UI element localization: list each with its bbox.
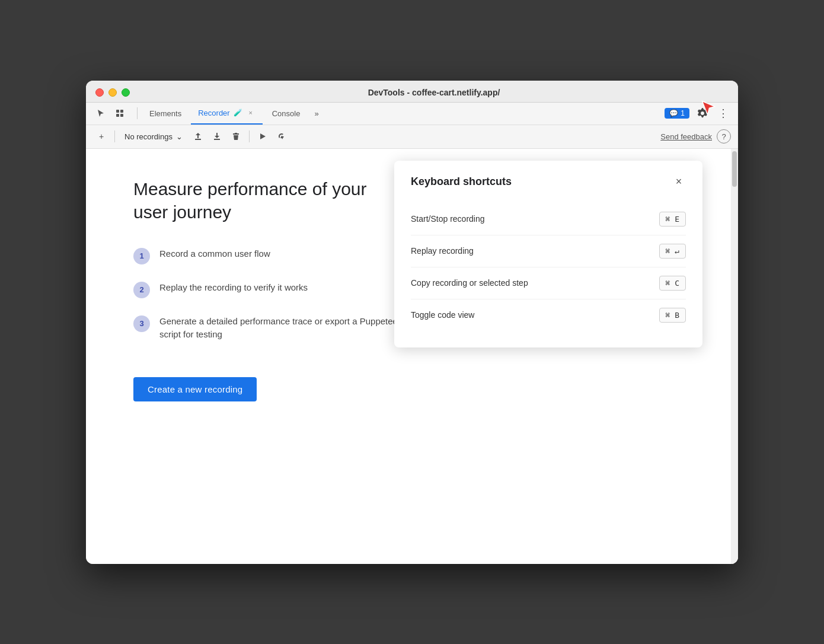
chevron-down-icon: ⌄: [176, 132, 183, 141]
red-arrow-icon: [700, 99, 717, 116]
shortcut-row-2: Replay recording ⌘ ↵: [411, 235, 686, 267]
tab-elements[interactable]: Elements: [142, 102, 189, 125]
toolbar-right: Send feedback ?: [660, 129, 731, 144]
title-bar: DevTools - coffee-cart.netlify.app/: [86, 81, 738, 103]
maximize-button[interactable]: [122, 88, 130, 97]
recorder-tab-label: Recorder: [198, 109, 229, 117]
svg-rect-3: [120, 114, 123, 117]
shortcut-key-2: ⌘ ↵: [659, 244, 686, 259]
measure-performance-button[interactable]: [273, 128, 290, 145]
close-button[interactable]: [95, 88, 104, 97]
shortcuts-close-button[interactable]: ×: [672, 175, 686, 189]
recorder-toolbar: + No recordings ⌄: [86, 125, 738, 149]
step-number-3: 3: [133, 315, 150, 332]
cursor-icon[interactable]: [93, 106, 108, 121]
notification-count: 1: [681, 109, 685, 117]
more-tabs-button[interactable]: »: [309, 109, 323, 118]
shortcut-label-2: Replay recording: [411, 246, 474, 256]
scrollbar[interactable]: [731, 149, 738, 564]
toolbar-divider-1: [114, 130, 115, 142]
recorder-tab-close[interactable]: ×: [246, 108, 255, 117]
shortcuts-popup: Keyboard shortcuts × Start/Stop recordin…: [394, 161, 702, 347]
traffic-lights: [95, 88, 130, 97]
step-text-2: Replay the recording to verify it works: [159, 281, 308, 295]
chat-icon: 💬: [669, 109, 678, 117]
svg-rect-2: [116, 114, 119, 117]
key-badge-3: ⌘ C: [659, 276, 686, 291]
add-recording-button[interactable]: +: [93, 128, 110, 145]
steps-list: 1 Record a common user flow 2 Replay the…: [133, 247, 406, 342]
notification-badge[interactable]: 💬 1: [665, 108, 689, 119]
shortcut-label-3: Copy recording or selected step: [411, 278, 528, 288]
tab-divider-1: [137, 107, 138, 119]
shortcut-key-1: ⌘ E: [659, 212, 686, 227]
step-item-1: 1 Record a common user flow: [133, 247, 406, 264]
replay-button[interactable]: [254, 128, 271, 145]
download-icon: [212, 132, 222, 141]
tab-bar: Elements Recorder 🧪 × Console » 💬 1: [86, 103, 738, 125]
browser-window: DevTools - coffee-cart.netlify.app/ Elem…: [86, 81, 738, 564]
scrollbar-thumb[interactable]: [732, 151, 737, 187]
tab-console[interactable]: Console: [265, 102, 308, 125]
shortcuts-header: Keyboard shortcuts ×: [411, 175, 686, 189]
shortcut-key-4: ⌘ B: [659, 308, 686, 323]
create-recording-button[interactable]: Create a new recording: [133, 377, 257, 401]
kebab-menu-button[interactable]: ⋮: [716, 107, 731, 120]
shortcut-label-1: Start/Stop recording: [411, 214, 485, 224]
delete-button[interactable]: [228, 128, 244, 145]
import-button[interactable]: [209, 128, 225, 145]
key-badge-2: ⌘ ↵: [659, 244, 686, 259]
devtools-icons: [93, 106, 127, 121]
performance-icon: [277, 132, 286, 141]
step-item-2: 2 Replay the recording to verify it work…: [133, 281, 406, 298]
play-icon: [258, 132, 267, 141]
main-content: Measure performance of your user journey…: [86, 149, 738, 564]
shortcut-row-1: Start/Stop recording ⌘ E: [411, 203, 686, 235]
step-text-1: Record a common user flow: [159, 247, 270, 261]
elements-tab-label: Elements: [149, 109, 181, 118]
recordings-dropdown-label: No recordings: [124, 132, 173, 141]
toolbar-divider-2: [249, 130, 250, 142]
recordings-dropdown[interactable]: No recordings ⌄: [120, 130, 187, 144]
layers-icon[interactable]: [112, 106, 127, 121]
flask-icon: 🧪: [234, 109, 242, 117]
shortcut-key-3: ⌘ C: [659, 276, 686, 291]
step-number-2: 2: [133, 282, 150, 298]
page-title: Measure performance of your user journey: [133, 177, 406, 224]
window-title: DevTools - coffee-cart.netlify.app/: [139, 88, 729, 97]
step-item-3: 3 Generate a detailed performance trace …: [133, 315, 406, 342]
trash-icon: [231, 132, 241, 141]
shortcuts-title: Keyboard shortcuts: [411, 176, 512, 188]
send-feedback-link[interactable]: Send feedback: [660, 132, 712, 141]
help-button[interactable]: ?: [717, 129, 731, 144]
step-number-1: 1: [133, 248, 150, 264]
svg-rect-1: [120, 110, 123, 113]
minimize-button[interactable]: [108, 88, 117, 97]
tab-bar-right: 💬 1 ⋮: [665, 104, 731, 123]
upload-icon: [193, 132, 203, 141]
tab-recorder[interactable]: Recorder 🧪 ×: [191, 102, 262, 125]
export-button[interactable]: [190, 128, 206, 145]
notification-icon-area[interactable]: [693, 104, 712, 123]
key-badge-4: ⌘ B: [659, 308, 686, 323]
shortcut-row-3: Copy recording or selected step ⌘ C: [411, 267, 686, 299]
svg-rect-0: [116, 110, 119, 113]
shortcut-row-4: Toggle code view ⌘ B: [411, 299, 686, 331]
console-tab-label: Console: [272, 109, 301, 118]
step-text-3: Generate a detailed performance trace or…: [159, 315, 406, 342]
key-badge-1: ⌘ E: [659, 212, 686, 227]
shortcut-label-4: Toggle code view: [411, 310, 474, 320]
svg-marker-4: [702, 101, 715, 115]
